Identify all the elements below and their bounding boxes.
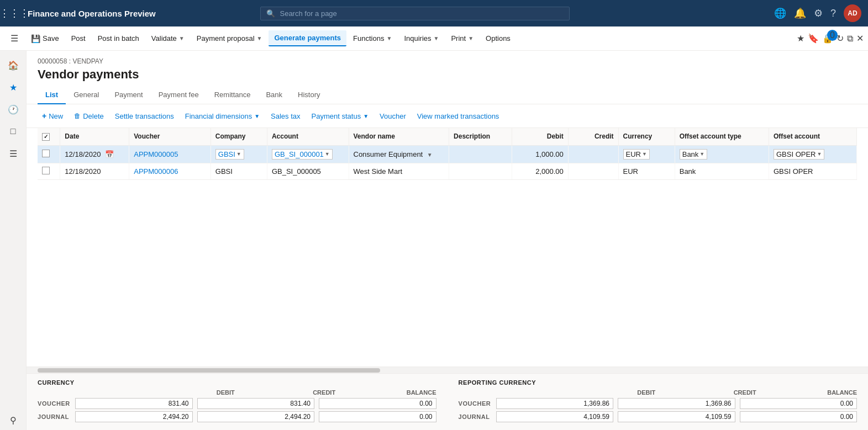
reporting-currency-summary-title: REPORTING CURRENCY bbox=[459, 379, 858, 386]
currency-voucher-debit: 831.40 bbox=[75, 398, 193, 409]
new-button[interactable]: + New bbox=[38, 109, 67, 123]
row1-company: GBSI ▼ bbox=[211, 145, 267, 163]
voucher-header[interactable]: Voucher bbox=[129, 128, 211, 145]
options-button[interactable]: Options bbox=[480, 31, 516, 46]
post-button[interactable]: Post bbox=[66, 31, 91, 46]
currency-journal-balance: 0.00 bbox=[319, 411, 436, 422]
payment-status-chevron-icon: ▼ bbox=[363, 113, 369, 119]
row1-currency-value[interactable]: EUR bbox=[626, 150, 641, 158]
personalize-icon[interactable]: 🔖 bbox=[808, 33, 819, 44]
search-bar[interactable]: 🔍 bbox=[260, 7, 570, 20]
tab-payment-fee[interactable]: Payment fee bbox=[151, 86, 207, 104]
row2-account: GB_SI_000005 bbox=[267, 163, 349, 179]
sidebar-filter-icon[interactable]: ⚲ bbox=[3, 410, 23, 430]
save-button[interactable]: 💾 Save bbox=[25, 31, 65, 46]
tab-history[interactable]: History bbox=[290, 86, 328, 104]
row2-vendor-name: West Side Mart bbox=[349, 163, 449, 179]
close-icon[interactable]: ✕ bbox=[856, 33, 864, 44]
row1-company-value[interactable]: GBSI bbox=[218, 150, 235, 158]
description-header[interactable]: Description bbox=[449, 128, 512, 145]
row1-debit[interactable]: 1,000.00 bbox=[512, 145, 568, 163]
inquiries-button[interactable]: Inquiries ▼ bbox=[398, 31, 444, 46]
company-header[interactable]: Company bbox=[211, 128, 267, 145]
row1-offset-account-dropdown[interactable]: GBSI OPER ▼ bbox=[774, 149, 824, 160]
financial-dimensions-label: Financial dimensions bbox=[185, 112, 252, 120]
org-icon[interactable]: 🌐 bbox=[774, 7, 786, 19]
row2-date: 12/18/2020 bbox=[60, 163, 129, 179]
tab-remittance[interactable]: Remittance bbox=[207, 86, 259, 104]
payment-proposal-button[interactable]: Payment proposal ▼ bbox=[191, 31, 268, 46]
settings-icon[interactable]: ⚙ bbox=[814, 7, 823, 19]
row1-account-value[interactable]: GB_SI_000001 bbox=[275, 150, 324, 158]
sidebar-favorites-icon[interactable]: ★ bbox=[3, 77, 23, 97]
notification-icon[interactable]: 🔔 bbox=[794, 7, 806, 19]
tab-general[interactable]: General bbox=[66, 86, 107, 104]
date-header[interactable]: Date bbox=[60, 128, 129, 145]
voucher-button[interactable]: Voucher bbox=[375, 109, 411, 123]
row1-account-chevron-icon: ▼ bbox=[325, 151, 330, 157]
row1-offset-type-value[interactable]: Bank bbox=[682, 150, 699, 158]
offset-account-type-header[interactable]: Offset account type bbox=[675, 128, 769, 145]
row1-checkbox[interactable] bbox=[38, 145, 60, 163]
waffle-menu-icon[interactable]: ⋮⋮⋮ bbox=[7, 6, 22, 21]
page-header: 00000058 : VENDPAY Vendor payments bbox=[27, 51, 868, 86]
financial-dimensions-button[interactable]: Financial dimensions ▼ bbox=[181, 109, 264, 123]
rc-journal-label: JOURNAL bbox=[459, 413, 492, 420]
select-all-header[interactable]: ✓ bbox=[38, 128, 60, 145]
row1-currency-dropdown[interactable]: EUR ▼ bbox=[623, 149, 650, 160]
row1-offset-type-dropdown[interactable]: Bank ▼ bbox=[680, 149, 708, 160]
user-avatar[interactable]: AD bbox=[844, 4, 861, 22]
row1-offset-account-value[interactable]: GBSI OPER bbox=[776, 150, 816, 158]
print-button[interactable]: Print ▼ bbox=[445, 31, 479, 46]
row1-vendor-chevron-icon: ▼ bbox=[427, 152, 433, 158]
validate-button[interactable]: Validate ▼ bbox=[146, 31, 190, 46]
generate-payments-button[interactable]: Generate payments bbox=[269, 30, 346, 46]
summary-footer: CURRENCY DEBIT CREDIT BALANCE VOUCHER 83… bbox=[27, 373, 868, 430]
sidebar-home-icon[interactable]: 🏠 bbox=[3, 55, 23, 75]
payment-status-button[interactable]: Payment status ▼ bbox=[307, 109, 373, 123]
delete-button[interactable]: 🗑 Delete bbox=[70, 109, 108, 123]
row1-description[interactable] bbox=[449, 145, 512, 163]
open-new-icon[interactable]: ⧉ bbox=[847, 34, 853, 44]
tab-payment[interactable]: Payment bbox=[107, 86, 150, 104]
hamburger-menu-icon[interactable]: ☰ bbox=[4, 29, 24, 49]
vendor-name-header[interactable]: Vendor name bbox=[349, 128, 449, 145]
account-header[interactable]: Account bbox=[267, 128, 349, 145]
horizontal-scrollbar[interactable] bbox=[27, 367, 868, 373]
post-in-batch-button[interactable]: Post in batch bbox=[92, 31, 145, 46]
row2-voucher-link[interactable]: APPM000006 bbox=[134, 167, 178, 176]
rc-debit-header: DEBIT bbox=[559, 389, 655, 396]
tab-bank[interactable]: Bank bbox=[258, 86, 290, 104]
tab-list[interactable]: List bbox=[38, 86, 66, 104]
help-icon[interactable]: ? bbox=[830, 8, 836, 19]
sidebar-workspace-icon[interactable]: □ bbox=[3, 121, 23, 141]
debit-header[interactable]: Debit bbox=[512, 128, 568, 145]
row2-checkbox[interactable] bbox=[38, 163, 60, 179]
currency-header[interactable]: Currency bbox=[618, 128, 675, 145]
rc-journal-balance: 0.00 bbox=[740, 411, 858, 422]
rc-journal-debit: 4,109.59 bbox=[496, 411, 614, 422]
row1-calendar-icon[interactable]: 📅 bbox=[105, 150, 114, 158]
row2-checkbox-input[interactable] bbox=[42, 167, 50, 174]
select-all-checkbox[interactable]: ✓ bbox=[42, 133, 50, 141]
row1-account-dropdown[interactable]: GB_SI_000001 ▼ bbox=[272, 149, 333, 160]
functions-button[interactable]: Functions ▼ bbox=[348, 31, 397, 46]
search-icon: 🔍 bbox=[266, 9, 275, 18]
row1-checkbox-input[interactable] bbox=[42, 150, 50, 157]
table-row[interactable]: 12/18/2020 📅 APPM000005 GBSI ▼ bbox=[38, 145, 857, 163]
settle-transactions-button[interactable]: Settle transactions bbox=[111, 109, 178, 123]
offset-account-header[interactable]: Offset account bbox=[769, 128, 856, 145]
search-input[interactable] bbox=[280, 9, 564, 18]
sidebar-modules-icon[interactable]: ☰ bbox=[3, 144, 23, 163]
scrollbar-thumb[interactable] bbox=[38, 368, 380, 373]
row1-voucher-link[interactable]: APPM000005 bbox=[134, 150, 178, 158]
table-row[interactable]: 12/18/2020 APPM000006 GBSI GB_SI_000005 … bbox=[38, 163, 857, 179]
credit-header[interactable]: Credit bbox=[568, 128, 618, 145]
view-marked-transactions-button[interactable]: View marked transactions bbox=[413, 109, 504, 123]
top-right-icons: 🌐 🔔 ⚙ ? AD bbox=[774, 4, 861, 22]
app-title: Finance and Operations Preview bbox=[28, 9, 156, 18]
sidebar-recent-icon[interactable]: 🕐 bbox=[3, 99, 23, 119]
row1-company-dropdown[interactable]: GBSI ▼ bbox=[215, 149, 244, 160]
favorite-icon[interactable]: ★ bbox=[797, 33, 804, 44]
sales-tax-button[interactable]: Sales tax bbox=[266, 109, 304, 123]
